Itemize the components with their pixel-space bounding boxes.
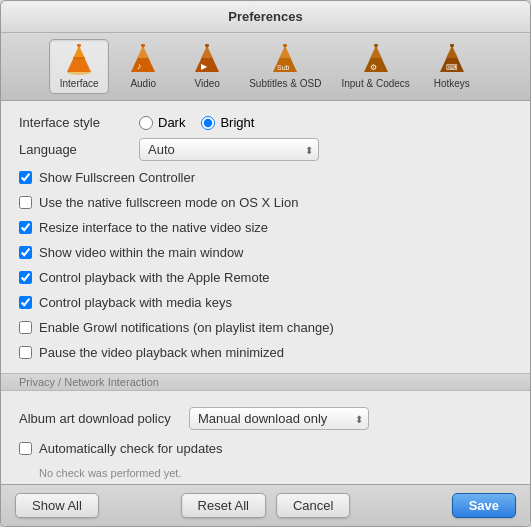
section-divider: Privacy / Network Interaction <box>1 373 530 391</box>
svg-marker-14 <box>279 46 291 58</box>
checkbox-native-fullscreen-input[interactable] <box>19 196 32 209</box>
checkbox-media-keys-input[interactable] <box>19 296 32 309</box>
radio-bright-label: Bright <box>220 115 254 130</box>
album-art-row: Album art download policy Manual downloa… <box>19 401 512 432</box>
center-buttons: Reset All Cancel <box>181 493 351 518</box>
svg-point-23 <box>450 44 454 48</box>
checkbox-resize-native-input[interactable] <box>19 221 32 234</box>
radio-bright-input[interactable] <box>201 116 215 130</box>
svg-marker-2 <box>73 46 85 58</box>
toolbar-item-video[interactable]: ▶ Video <box>177 40 237 93</box>
toolbar-item-input[interactable]: ⚙ Input & Codecs <box>333 40 417 93</box>
album-policy-select-wrapper: Manual download only Always Never ⬍ <box>189 407 369 430</box>
checkbox-fullscreen-ctrl: Show Fullscreen Controller <box>19 169 512 186</box>
checkbox-show-video: Show video within the main window <box>19 244 512 261</box>
interface-style-radio-group: Dark Bright <box>139 115 254 130</box>
svg-point-19 <box>374 44 378 48</box>
preferences-window: Preferences Interface ♪ Audio <box>0 0 531 527</box>
show-all-button[interactable]: Show All <box>15 493 99 518</box>
checkbox-fullscreen-ctrl-input[interactable] <box>19 171 32 184</box>
svg-point-4 <box>77 44 81 48</box>
toolbar-video-label: Video <box>194 78 219 89</box>
svg-text:Sub: Sub <box>277 64 290 71</box>
toolbar-item-subtitles[interactable]: Sub Subtitles & OSD <box>241 40 329 93</box>
save-button[interactable]: Save <box>452 493 516 518</box>
svg-marker-6 <box>137 46 149 58</box>
video-icon: ▶ <box>191 44 223 76</box>
svg-marker-18 <box>370 46 382 58</box>
language-select-wrapper: Auto English French German Spanish ⬍ <box>139 138 319 161</box>
checkbox-fullscreen-ctrl-label: Show Fullscreen Controller <box>39 170 195 185</box>
toolbar: Interface ♪ Audio ▶ Video <box>1 33 530 101</box>
album-policy-select[interactable]: Manual download only Always Never <box>189 407 369 430</box>
svg-text:♪: ♪ <box>137 61 142 71</box>
checkbox-apple-remote-input[interactable] <box>19 271 32 284</box>
checkbox-media-keys-label: Control playback with media keys <box>39 295 232 310</box>
language-select[interactable]: Auto English French German Spanish <box>139 138 319 161</box>
bottom-bar: Show All Reset All Cancel Save <box>1 484 530 526</box>
checkbox-native-fullscreen-label: Use the native fullscreen mode on OS X L… <box>39 195 298 210</box>
toolbar-audio-label: Audio <box>130 78 156 89</box>
svg-marker-22 <box>446 46 458 58</box>
checkbox-pause-min-input[interactable] <box>19 346 32 359</box>
language-row: Language Auto English French German Span… <box>19 138 512 161</box>
toolbar-subtitles-label: Subtitles & OSD <box>249 78 321 89</box>
svg-marker-10 <box>201 46 213 58</box>
checkbox-growl-label: Enable Growl notifications (on playlist … <box>39 320 334 335</box>
checkbox-auto-update-input[interactable] <box>19 442 32 455</box>
hotkeys-icon: ⌨ <box>436 44 468 76</box>
checkbox-show-video-label: Show video within the main window <box>39 245 244 260</box>
reset-all-button[interactable]: Reset All <box>181 493 266 518</box>
toolbar-hotkeys-label: Hotkeys <box>434 78 470 89</box>
window-title: Preferences <box>228 9 302 24</box>
toolbar-item-interface[interactable]: Interface <box>49 39 109 94</box>
toolbar-interface-label: Interface <box>60 78 99 89</box>
radio-dark-input[interactable] <box>139 116 153 130</box>
radio-bright[interactable]: Bright <box>201 115 254 130</box>
toolbar-input-label: Input & Codecs <box>341 78 409 89</box>
checkbox-apple-remote-label: Control playback with the Apple Remote <box>39 270 270 285</box>
svg-text:⚙: ⚙ <box>370 63 377 72</box>
checkbox-show-video-input[interactable] <box>19 246 32 259</box>
title-bar: Preferences <box>1 1 530 33</box>
subtitles-icon: Sub <box>269 44 301 76</box>
checkbox-growl: Enable Growl notifications (on playlist … <box>19 319 512 336</box>
radio-dark-label: Dark <box>158 115 185 130</box>
radio-dark[interactable]: Dark <box>139 115 185 130</box>
toolbar-item-audio[interactable]: ♪ Audio <box>113 40 173 93</box>
checkbox-native-fullscreen: Use the native fullscreen mode on OS X L… <box>19 194 512 211</box>
svg-point-7 <box>141 44 145 48</box>
auto-update-hint: No check was performed yet. <box>39 467 512 479</box>
content-area: Interface style Dark Bright Language Aut… <box>1 101 530 484</box>
svg-point-11 <box>205 44 209 48</box>
checkbox-apple-remote: Control playback with the Apple Remote <box>19 269 512 286</box>
checkbox-auto-update-label: Automatically check for updates <box>39 441 223 456</box>
svg-text:▶: ▶ <box>201 62 208 71</box>
checkbox-resize-native: Resize interface to the native video siz… <box>19 219 512 236</box>
svg-point-15 <box>283 44 287 48</box>
input-icon: ⚙ <box>360 44 392 76</box>
svg-text:⌨: ⌨ <box>446 63 458 72</box>
checkbox-pause-min-label: Pause the video playback when minimized <box>39 345 284 360</box>
interface-icon <box>63 44 95 76</box>
interface-style-row: Interface style Dark Bright <box>19 115 512 130</box>
language-label: Language <box>19 142 129 157</box>
checkbox-media-keys: Control playback with media keys <box>19 294 512 311</box>
album-art-label: Album art download policy <box>19 411 179 426</box>
section-label: Privacy / Network Interaction <box>19 376 159 388</box>
audio-icon: ♪ <box>127 44 159 76</box>
interface-style-label: Interface style <box>19 115 129 130</box>
checkbox-resize-native-label: Resize interface to the native video siz… <box>39 220 268 235</box>
cancel-button[interactable]: Cancel <box>276 493 350 518</box>
checkbox-auto-update: Automatically check for updates <box>19 440 512 457</box>
checkbox-pause-min: Pause the video playback when minimized <box>19 344 512 361</box>
checkbox-growl-input[interactable] <box>19 321 32 334</box>
toolbar-item-hotkeys[interactable]: ⌨ Hotkeys <box>422 40 482 93</box>
